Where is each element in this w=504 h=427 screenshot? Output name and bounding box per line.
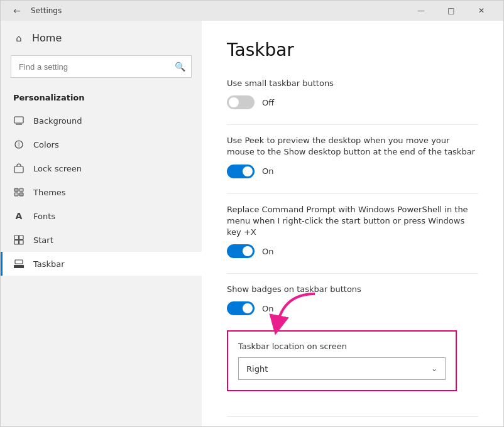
svg-rect-8	[19, 193, 23, 196]
divider-3	[227, 273, 478, 274]
toggle-row-small-buttons: Off	[227, 95, 478, 109]
toggle-thumb	[229, 97, 239, 107]
sidebar-item-start[interactable]: Start	[1, 228, 202, 252]
svg-rect-7	[14, 193, 18, 196]
sidebar-label-fonts: Fonts	[33, 212, 55, 221]
maximize-button[interactable]: □	[437, 1, 466, 21]
sidebar-label-lock-screen: Lock screen	[33, 164, 82, 173]
toggle-badges-text: On	[262, 304, 273, 313]
sidebar: ⌂ Home 🔍 Personalization Background Colo…	[1, 21, 202, 426]
sidebar-item-home[interactable]: ⌂ Home	[1, 26, 202, 50]
divider-2	[227, 193, 478, 194]
close-button[interactable]: ✕	[467, 1, 496, 21]
svg-rect-14	[15, 260, 23, 264]
sidebar-item-lock-screen[interactable]: Lock screen	[1, 156, 202, 180]
sidebar-label-start: Start	[33, 235, 53, 245]
location-dropdown[interactable]: Right ⌄	[238, 357, 446, 380]
toggle-row-peek: On	[227, 165, 478, 178]
window-controls: — □ ✕	[407, 1, 496, 21]
toggle-small-buttons-text: Off	[262, 98, 274, 107]
settings-window: ← Settings — □ ✕ ⌂ Home 🔍 Personalizatio…	[0, 0, 504, 427]
toggle-thumb	[243, 166, 253, 176]
sidebar-item-taskbar[interactable]: Taskbar	[1, 252, 202, 276]
svg-rect-5	[14, 188, 18, 192]
toggle-small-buttons[interactable]	[227, 95, 255, 109]
svg-rect-11	[14, 241, 19, 245]
setting-badges-label: Show badges on taskbar buttons	[227, 284, 478, 295]
svg-rect-6	[19, 188, 23, 192]
fonts-icon: A	[13, 210, 25, 222]
taskbar-location-section: Taskbar location on screen Right ⌄	[227, 330, 457, 391]
minimize-button[interactable]: —	[407, 1, 436, 21]
lock-screen-icon	[13, 163, 25, 174]
sidebar-label-colors: Colors	[33, 140, 59, 149]
colors-icon	[13, 139, 25, 150]
sidebar-item-fonts[interactable]: A Fonts	[1, 204, 202, 228]
chevron-down-icon: ⌄	[431, 364, 437, 373]
main-content: Taskbar Use small taskbar buttons Off Us…	[202, 21, 503, 426]
divider-4	[227, 416, 478, 417]
themes-icon	[13, 186, 25, 198]
location-dropdown-value: Right	[246, 364, 268, 374]
sidebar-item-themes[interactable]: Themes	[1, 180, 202, 204]
titlebar: ← Settings — □ ✕	[1, 1, 503, 21]
svg-rect-9	[14, 235, 19, 240]
setting-powershell: Replace Command Prompt with Windows Powe…	[227, 204, 478, 259]
toggle-powershell[interactable]	[227, 244, 255, 258]
svg-rect-0	[14, 117, 23, 123]
start-icon	[13, 234, 25, 246]
sidebar-item-colors[interactable]: Colors	[1, 132, 202, 156]
toggle-thumb	[243, 246, 253, 256]
search-container: 🔍	[11, 55, 192, 78]
toggle-peek-text: On	[262, 166, 273, 176]
page-title: Taskbar	[227, 40, 478, 60]
setting-powershell-label: Replace Command Prompt with Windows Powe…	[227, 204, 478, 239]
sidebar-label-taskbar: Taskbar	[33, 259, 65, 269]
background-icon	[13, 115, 25, 126]
setting-peek-label: Use Peek to preview the desktop when you…	[227, 135, 478, 158]
svg-rect-10	[19, 235, 24, 240]
home-label: Home	[32, 32, 62, 44]
sidebar-item-background[interactable]: Background	[1, 109, 202, 132]
setting-small-buttons-label: Use small taskbar buttons	[227, 78, 478, 89]
content-area: ⌂ Home 🔍 Personalization Background Colo…	[1, 21, 503, 426]
svg-rect-13	[14, 265, 24, 268]
svg-rect-12	[19, 241, 24, 245]
setting-peek: Use Peek to preview the desktop when you…	[227, 135, 478, 178]
taskbar-icon	[13, 258, 25, 269]
svg-rect-1	[16, 124, 22, 125]
back-button[interactable]: ←	[8, 2, 26, 19]
window-title: Settings	[31, 6, 407, 15]
toggle-thumb	[243, 303, 253, 313]
toggle-row-powershell: On	[227, 244, 478, 258]
sidebar-label-background: Background	[33, 116, 82, 126]
sidebar-label-themes: Themes	[33, 188, 66, 197]
home-icon: ⌂	[13, 33, 25, 44]
toggle-peek[interactable]	[227, 165, 255, 178]
toggle-powershell-text: On	[262, 247, 273, 256]
search-input[interactable]	[11, 55, 192, 78]
search-icon: 🔍	[175, 62, 185, 72]
section-title: Personalization	[1, 88, 202, 109]
setting-small-buttons: Use small taskbar buttons Off	[227, 78, 478, 109]
setting-badges: Show badges on taskbar buttons On	[227, 284, 478, 315]
divider-1	[227, 124, 478, 125]
location-label: Taskbar location on screen	[238, 342, 446, 351]
svg-rect-3	[14, 166, 23, 173]
toggle-badges[interactable]	[227, 301, 255, 315]
toggle-row-badges: On	[227, 301, 478, 315]
